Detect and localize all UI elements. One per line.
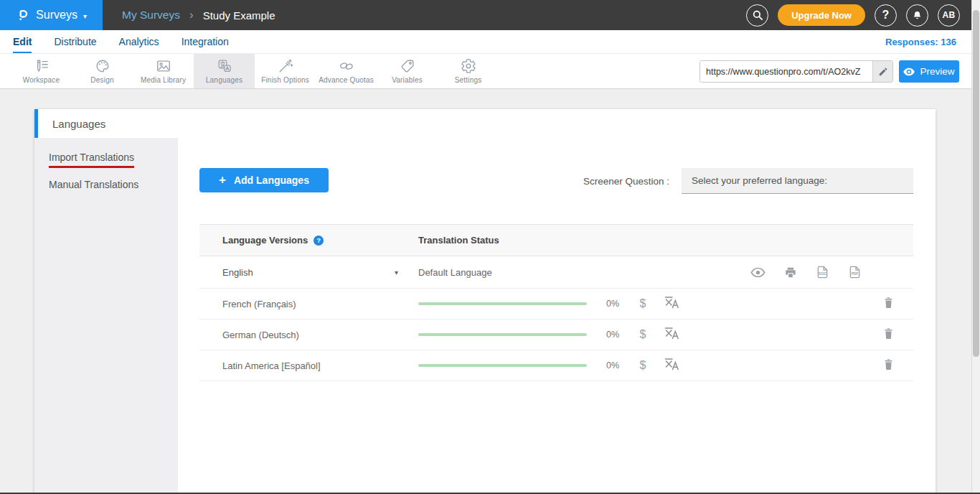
search-button[interactable] [746, 4, 768, 27]
page-content: Languages Import Translations Manual Tra… [0, 89, 980, 494]
tag-icon [400, 58, 415, 74]
export-pdf-button[interactable]: PDF [848, 265, 862, 279]
print-button[interactable] [784, 266, 797, 279]
translation-progress-bar [418, 302, 587, 305]
sidebar-item-import-translations[interactable]: Import Translations [34, 144, 178, 171]
default-language-status: Default Language [418, 267, 492, 278]
paid-translation-icon[interactable]: $ [637, 359, 649, 372]
language-name: German (Deutsch) [222, 330, 299, 340]
panel-title: Languages [34, 109, 936, 138]
column-translation-status: Translation Status [418, 235, 913, 246]
edit-url-button[interactable] [872, 61, 892, 82]
pencil-icon [878, 67, 888, 77]
tab-distribute[interactable]: Distribute [54, 30, 96, 53]
workspace-icon [34, 58, 50, 74]
language-name: French (Français) [222, 299, 296, 309]
languages-sidebar: Import Translations Manual Translations [34, 138, 178, 494]
tab-edit[interactable]: Edit [13, 30, 32, 53]
screener-question-label: Screener Question : [583, 176, 669, 187]
gear-icon [461, 58, 476, 74]
avatar[interactable]: AB [938, 4, 960, 27]
language-name: Latin America [Español] [222, 360, 321, 371]
questionpro-logo-icon [16, 7, 30, 23]
toolbar-item-workspace[interactable]: Workspace [11, 54, 72, 88]
help-button[interactable]: ? [875, 4, 897, 27]
view-survey-button[interactable] [750, 267, 765, 278]
export-doc-button[interactable]: DOC [816, 265, 829, 279]
plus-icon: + [219, 173, 226, 187]
product-name: Surveys [36, 9, 77, 22]
translate-icon [217, 58, 232, 74]
page-scrollbar [971, 0, 980, 494]
table-row-default-language: English ▾ Default Language [199, 256, 913, 289]
translation-progress-value: 0% [597, 360, 628, 370]
table-row-language: Latin America [Español] 0% $ [199, 350, 913, 381]
toolbar-item-media-library[interactable]: Media Library [133, 54, 194, 88]
auto-translate-icon[interactable] [664, 327, 680, 342]
translation-progress-bar [418, 333, 587, 336]
preview-button[interactable]: Preview [899, 60, 959, 83]
chevron-down-icon: ▾ [83, 12, 87, 20]
product-switcher[interactable]: Surveys ▾ [0, 0, 103, 30]
search-icon [752, 9, 763, 21]
delete-language-button[interactable] [883, 297, 894, 312]
trash-icon [883, 297, 894, 309]
add-languages-button[interactable]: + Add Languages [199, 168, 329, 192]
translation-progress-value: 0% [597, 330, 628, 340]
table-row-language: German (Deutsch) 0% $ [199, 320, 913, 350]
question-mark-icon: ? [882, 9, 890, 22]
edit-toolbar: Workspace Design Media Library Languages [0, 54, 980, 89]
eye-icon [750, 267, 765, 278]
palette-icon [95, 58, 110, 74]
auto-translate-icon[interactable] [664, 296, 680, 312]
trash-icon [883, 327, 894, 340]
default-language-actions: DOC PDF [750, 265, 862, 279]
paid-translation-icon[interactable]: $ [637, 328, 649, 341]
screener-question-select[interactable]: Select your preferred language: [682, 168, 913, 194]
toolbar-item-languages[interactable]: Languages [194, 54, 255, 88]
chain-links-icon [339, 58, 354, 74]
top-header: Surveys ▾ My Surveys › Study Example Upg… [0, 0, 980, 30]
image-icon [156, 58, 171, 74]
paid-translation-icon[interactable]: $ [637, 297, 649, 310]
breadcrumb: My Surveys › Study Example [122, 0, 275, 30]
screener-question-group: Screener Question : Select your preferre… [583, 168, 913, 194]
survey-url-group [699, 60, 893, 83]
sidebar-item-manual-translations[interactable]: Manual Translations [34, 171, 178, 198]
languages-main: + Add Languages Screener Question : Sele… [178, 138, 936, 494]
tab-integration[interactable]: Integration [182, 30, 229, 53]
printer-icon [784, 266, 797, 279]
svg-text:DOC: DOC [819, 272, 826, 276]
magic-wand-icon [278, 58, 293, 74]
responses-count[interactable]: Responses: 136 [885, 30, 956, 54]
toolbar-item-design[interactable]: Design [72, 54, 133, 88]
translation-progress-bar [418, 364, 587, 367]
scrollbar-thumb[interactable] [973, 10, 979, 357]
default-language-name: English [222, 267, 253, 278]
toolbar-item-advance-quotas[interactable]: Advance Quotas [316, 54, 377, 88]
translation-progress-value: 0% [597, 299, 628, 309]
bell-icon [912, 10, 923, 21]
svg-text:PDF: PDF [852, 272, 859, 276]
survey-nav: Edit Distribute Analytics Integration Re… [0, 30, 980, 54]
auto-translate-icon[interactable] [664, 358, 680, 373]
survey-url-input[interactable] [700, 61, 872, 82]
help-tooltip-icon[interactable]: ? [314, 236, 324, 246]
pdf-file-icon: PDF [848, 265, 862, 279]
notifications-button[interactable] [906, 4, 928, 27]
delete-language-button[interactable] [883, 327, 894, 342]
chevron-down-icon[interactable]: ▾ [395, 269, 398, 276]
languages-panel: Languages Import Translations Manual Tra… [34, 109, 936, 494]
delete-language-button[interactable] [883, 358, 894, 373]
table-header: Language Versions ? Translation Status [199, 224, 913, 256]
language-versions-table: Language Versions ? Translation Status E… [199, 224, 913, 381]
upgrade-button[interactable]: Upgrade Now [778, 4, 865, 26]
doc-file-icon: DOC [816, 265, 829, 279]
actions-row: + Add Languages Screener Question : Sele… [178, 138, 936, 194]
toolbar-item-variables[interactable]: Variables [377, 54, 438, 88]
breadcrumb-current: Study Example [203, 9, 275, 22]
breadcrumb-parent-link[interactable]: My Surveys [122, 9, 180, 22]
toolbar-item-finish-options[interactable]: Finish Options [255, 54, 316, 88]
toolbar-item-settings[interactable]: Settings [438, 54, 499, 88]
tab-analytics[interactable]: Analytics [119, 30, 159, 53]
